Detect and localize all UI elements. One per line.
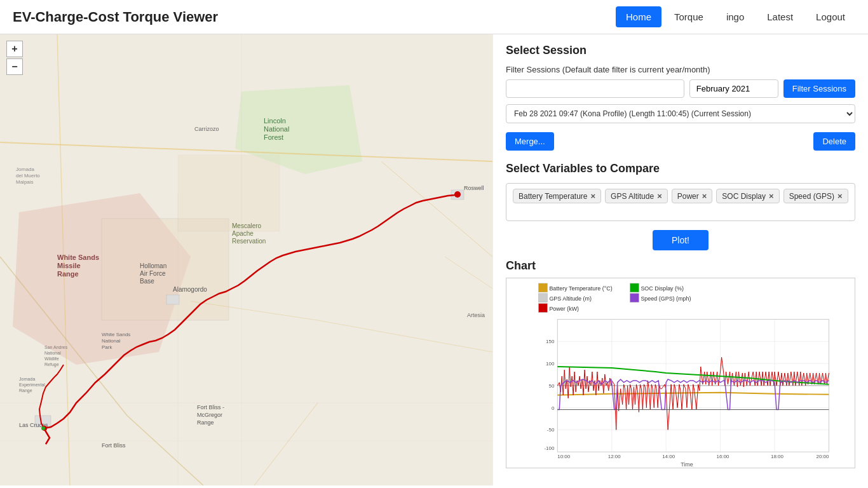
svg-text:100: 100 (546, 361, 555, 367)
svg-rect-68 (630, 283, 639, 292)
session-row: Feb 28 2021 09:47 (Kona Profile) (Length… (506, 104, 855, 123)
svg-text:del Muerto: del Muerto (16, 173, 40, 179)
filter-label: Filter Sessions (Default date filter is … (506, 65, 855, 74)
svg-text:Jornada: Jornada (19, 377, 35, 381)
tag-gps-altitude: GPS Altitude × (605, 189, 668, 203)
nav-home[interactable]: Home (616, 6, 661, 27)
nav-torque[interactable]: Torque (664, 6, 714, 27)
tag-power-label: Power (677, 192, 699, 201)
tag-battery-temp-close[interactable]: × (591, 191, 596, 201)
svg-text:Lincoln: Lincoln (264, 117, 286, 125)
svg-text:Power (kW): Power (kW) (549, 306, 579, 312)
plot-button[interactable]: Plot! (653, 230, 709, 250)
app-title: EV-Charge-Cost Torque Viewer (13, 9, 218, 25)
chart-svg: Battery Temperature (°C) GPS Altitude (m… (506, 278, 855, 468)
chart-container: Battery Temperature (°C) GPS Altitude (m… (506, 278, 855, 468)
select-session-title: Select Session (506, 44, 855, 57)
filter-date-input[interactable] (689, 79, 778, 98)
header: EV-Charge-Cost Torque Viewer Home Torque… (0, 0, 868, 34)
svg-text:Artesia: Artesia (467, 312, 485, 318)
merge-button[interactable]: Merge... (506, 132, 554, 151)
svg-text:14:00: 14:00 (662, 454, 675, 459)
svg-text:10:00: 10:00 (557, 454, 570, 459)
delete-button[interactable]: Delete (813, 132, 855, 151)
filter-row: Filter Sessions (506, 79, 855, 98)
map-controls: + − (6, 41, 23, 75)
svg-text:Refuge: Refuge (44, 362, 59, 367)
svg-text:Fort Bliss: Fort Bliss (102, 442, 126, 449)
svg-text:Range: Range (197, 419, 214, 426)
svg-text:White Sands: White Sands (57, 254, 99, 261)
tag-soc-display: SOC Display × (716, 189, 779, 203)
chart-title: Chart (506, 259, 855, 273)
svg-text:National: National (44, 351, 61, 355)
svg-text:50: 50 (548, 383, 554, 389)
svg-text:Reservation: Reservation (232, 238, 266, 245)
nav-ingo[interactable]: ingo (716, 6, 754, 27)
svg-text:18:00: 18:00 (771, 454, 783, 459)
nav-bar: Home Torque ingo Latest Logout (616, 6, 855, 27)
map-svg: White Sands Missile Range Holloman Air F… (0, 34, 492, 485)
nav-latest[interactable]: Latest (757, 6, 803, 27)
svg-rect-62 (539, 283, 548, 292)
svg-text:White Sands: White Sands (102, 332, 130, 337)
svg-rect-19 (166, 295, 179, 304)
tag-gps-altitude-close[interactable]: × (657, 191, 662, 201)
svg-text:150: 150 (546, 339, 555, 344)
tag-battery-temp-label: Battery Temperature (519, 192, 588, 201)
zoom-out-button[interactable]: − (6, 58, 23, 75)
plot-row: Plot! (506, 230, 855, 250)
svg-text:Experimental: Experimental (19, 383, 45, 388)
svg-text:Holloman: Holloman (140, 262, 166, 269)
session-actions: Merge... Delete (506, 132, 855, 151)
svg-text:Missile: Missile (57, 262, 81, 269)
svg-text:San Andres: San Andres (44, 345, 68, 349)
svg-text:GPS Altitude (m): GPS Altitude (m) (549, 295, 592, 302)
svg-text:-50: -50 (547, 427, 555, 433)
variables-section: Select Variables to Compare Battery Temp… (506, 162, 855, 221)
filter-sessions-button[interactable]: Filter Sessions (783, 79, 855, 98)
svg-text:Base: Base (140, 278, 154, 285)
svg-point-58 (454, 191, 461, 198)
svg-text:National: National (264, 125, 289, 133)
svg-text:SOC Display (%): SOC Display (%) (641, 285, 684, 292)
svg-text:Malpais: Malpais (16, 179, 34, 185)
svg-text:McGregor: McGregor (197, 412, 222, 418)
svg-text:Wildlife: Wildlife (44, 356, 59, 361)
tag-gps-altitude-label: GPS Altitude (611, 192, 654, 201)
svg-point-60 (41, 426, 45, 430)
svg-text:National: National (102, 338, 121, 344)
svg-text:Speed (GPS) (mph): Speed (GPS) (mph) (641, 295, 691, 302)
session-select[interactable]: Feb 28 2021 09:47 (Kona Profile) (Length… (506, 104, 855, 123)
filter-text-input[interactable] (506, 79, 684, 98)
svg-rect-4 (178, 155, 280, 231)
main-content: White Sands Missile Range Holloman Air F… (0, 34, 868, 485)
svg-text:Park: Park (102, 344, 112, 350)
svg-text:Forest: Forest (264, 133, 283, 141)
tag-speed-gps-label: Speed (GPS) (789, 192, 834, 201)
svg-text:Range: Range (57, 270, 79, 278)
svg-text:Range: Range (19, 388, 32, 393)
variables-box: Battery Temperature × GPS Altitude × Pow… (506, 183, 855, 221)
tag-power-close[interactable]: × (702, 191, 707, 201)
svg-rect-70 (630, 294, 639, 302)
nav-logout[interactable]: Logout (806, 6, 855, 27)
svg-text:Roswell: Roswell (464, 185, 484, 191)
svg-text:20:00: 20:00 (817, 454, 829, 459)
svg-rect-66 (539, 304, 548, 313)
tag-speed-gps: Speed (GPS) × (783, 189, 848, 203)
svg-text:16:00: 16:00 (717, 454, 729, 459)
zoom-in-button[interactable]: + (6, 41, 23, 57)
svg-text:0: 0 (552, 405, 555, 411)
tag-power: Power × (672, 189, 713, 203)
tag-speed-gps-close[interactable]: × (837, 191, 843, 201)
variables-title: Select Variables to Compare (506, 162, 855, 175)
svg-text:-100: -100 (544, 445, 554, 451)
svg-text:12:00: 12:00 (608, 454, 621, 459)
tag-soc-display-label: SOC Display (722, 192, 766, 201)
tag-soc-display-close[interactable]: × (769, 191, 774, 201)
svg-text:Jornada: Jornada (16, 166, 34, 172)
right-panel: Select Session Filter Sessions (Default … (492, 34, 868, 485)
tag-row: Battery Temperature × GPS Altitude × Pow… (513, 189, 848, 203)
svg-text:Air Force: Air Force (140, 270, 166, 277)
